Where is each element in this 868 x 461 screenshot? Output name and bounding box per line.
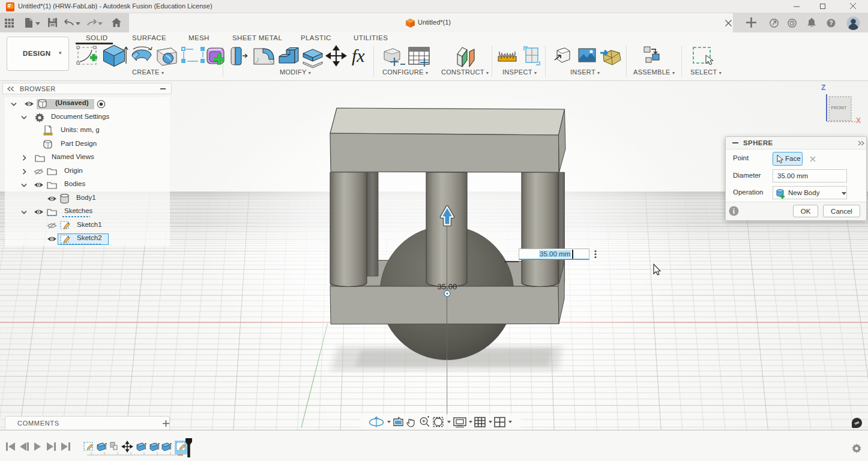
svg-text:?: ? [829,20,833,26]
svg-text:fx: fx [352,46,365,65]
svg-text:35.00: 35.00 [438,282,457,291]
